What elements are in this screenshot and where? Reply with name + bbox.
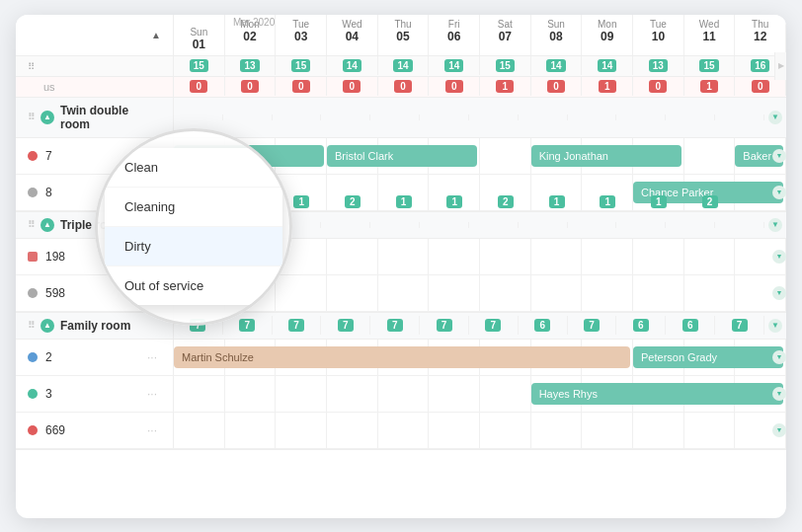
cell-198-9[interactable] — [633, 239, 684, 274]
cell-3-4[interactable] — [378, 376, 430, 412]
booking-bar[interactable]: Bristol Clark — [327, 145, 477, 167]
context-menu-item-dirty[interactable]: Dirty — [105, 227, 282, 266]
cell-598-10[interactable] — [684, 275, 736, 311]
group-cell-10: 6 — [666, 316, 715, 335]
avail-badge-1: 0 — [241, 80, 259, 93]
group-scroll-btn[interactable]: ▼ — [768, 218, 782, 232]
group-badge-8: 7 — [584, 319, 600, 332]
cell-198-7[interactable] — [531, 239, 583, 274]
avail-badge-room-8-3: 2 — [345, 195, 361, 208]
availability-top-row: ⠿ 151315141414151414131516 ▶ — [16, 56, 786, 77]
group-cell-3 — [321, 222, 370, 228]
cell-198-3[interactable] — [327, 239, 378, 274]
cell-598-3[interactable] — [327, 275, 378, 311]
cell-669-1[interactable] — [225, 413, 277, 448]
date-header-10: Tue10 — [633, 15, 684, 55]
room-dots-menu-3[interactable]: ··· — [143, 387, 161, 401]
avail-badge-9: 0 — [649, 80, 667, 93]
booking-bar[interactable]: Peterson Grady — [633, 346, 783, 368]
cell-3-2[interactable] — [276, 376, 327, 412]
cell-598-5[interactable] — [429, 275, 480, 311]
group-scroll-btn[interactable]: ▼ — [768, 111, 782, 124]
avail-cell-9: 0 — [633, 77, 684, 96]
avail-badge-2: 0 — [292, 80, 310, 93]
room-dots-menu-2[interactable]: ··· — [143, 350, 161, 364]
cell-198-5[interactable] — [429, 239, 480, 274]
avail-cell-8: 1 — [582, 77, 633, 96]
cell-598-8[interactable] — [582, 275, 633, 311]
booking-bar[interactable]: Martin Schulze — [174, 346, 630, 368]
cell-598-7[interactable] — [531, 275, 583, 311]
cell-669-5[interactable] — [429, 413, 480, 448]
room-scroll-btn[interactable]: ▼ — [772, 423, 786, 437]
room-cells-669: ▼ — [174, 413, 786, 448]
group-badge-11: 7 — [732, 319, 748, 332]
room-label-669: 669··· — [16, 413, 174, 448]
cell-669-7[interactable] — [531, 413, 583, 448]
avail-cell-7: 14 — [531, 56, 583, 75]
room-scroll-btn[interactable]: ▼ — [772, 286, 786, 300]
cell-3-1[interactable] — [225, 376, 277, 412]
cell-3-0[interactable] — [174, 376, 225, 412]
group-badge-4: 7 — [387, 319, 403, 332]
table-row: 2···Martin SchulzePeterson Grady▼ — [16, 340, 786, 376]
collapse-button[interactable]: ▲ — [40, 111, 54, 124]
cell-198-6[interactable] — [480, 239, 531, 274]
cell-669-0[interactable] — [174, 413, 225, 448]
cell-669-4[interactable] — [378, 413, 430, 448]
avail-label: ⠿ — [16, 56, 174, 76]
booking-bar[interactable]: Hayes Rhys — [531, 383, 783, 405]
avail-badge-6: 15 — [496, 59, 515, 72]
cell-7-6[interactable] — [480, 138, 531, 174]
room-scroll-btn[interactable]: ▼ — [772, 149, 786, 163]
cell-669-9[interactable] — [633, 413, 684, 448]
cell-3-6[interactable] — [480, 376, 531, 412]
room-scroll-btn[interactable]: ▼ — [772, 186, 786, 199]
cell-198-4[interactable] — [378, 239, 430, 274]
room-scroll-btn[interactable]: ▼ — [772, 350, 786, 364]
room-scroll-btn[interactable]: ▼ — [772, 250, 786, 264]
avail-cell-2: 15 — [276, 56, 327, 75]
cell-669-8[interactable] — [582, 413, 633, 448]
cell-669-2[interactable] — [276, 413, 327, 448]
room-dot-598 — [28, 288, 38, 298]
room-dots-menu-669[interactable]: ··· — [143, 423, 161, 437]
group-cell-5 — [420, 114, 469, 120]
cell-3-5[interactable] — [429, 376, 480, 412]
context-menu-item-out-of-service[interactable]: Out of service — [105, 266, 282, 305]
group-badge-7: 6 — [534, 319, 550, 332]
cell-669-3[interactable] — [327, 413, 378, 448]
date-header-12: Thu12 — [735, 15, 786, 55]
booking-bar[interactable]: King Jonathan — [531, 145, 682, 167]
avail-badge-0: 15 — [190, 59, 208, 72]
avail-badge-11: 0 — [752, 80, 769, 93]
rooms-sort-icon[interactable]: ▲ — [151, 30, 161, 40]
group-cell-10 — [666, 222, 715, 228]
cell-3-3[interactable] — [327, 376, 378, 412]
scroll-right-btn[interactable]: ▶ — [774, 52, 786, 80]
cell-598-4[interactable] — [378, 275, 430, 311]
collapse-button[interactable]: ▲ — [40, 218, 54, 232]
group-cell-0 — [174, 114, 223, 120]
avail-cell-6: 15 — [480, 56, 531, 75]
cell-7-10[interactable] — [684, 138, 736, 174]
cell-598-6[interactable] — [480, 275, 531, 311]
context-menu-item-clean[interactable]: Clean — [105, 148, 282, 188]
group-cell-4 — [370, 222, 420, 228]
cell-598-9[interactable] — [633, 275, 684, 311]
collapse-button[interactable]: ▲ — [40, 319, 54, 333]
date-header-03: Tue03 — [276, 15, 327, 55]
context-menu-item-cleaning[interactable]: Cleaning — [105, 188, 282, 227]
avail-badge-10: 15 — [699, 59, 718, 72]
date-header-06: Fri06 — [429, 15, 480, 55]
cell-669-10[interactable] — [684, 413, 736, 448]
room-scroll-btn[interactable]: ▼ — [772, 387, 786, 401]
group-scroll-btn[interactable]: ▼ — [768, 319, 782, 333]
cell-198-8[interactable] — [582, 239, 633, 274]
rooms-header: ▲ — [16, 15, 174, 55]
group-cell-7 — [519, 222, 568, 228]
cell-598-2[interactable] — [276, 275, 327, 311]
group-cell-8: 7 — [568, 316, 617, 335]
cell-198-10[interactable] — [684, 239, 736, 274]
cell-669-6[interactable] — [480, 413, 531, 448]
